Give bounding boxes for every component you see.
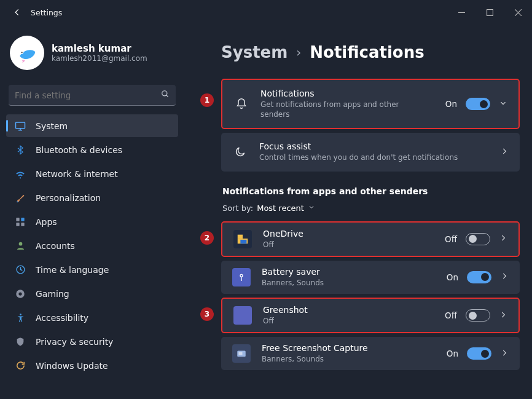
bell-icon bbox=[233, 98, 249, 110]
svg-point-9 bbox=[18, 242, 22, 246]
nav-label: Accounts bbox=[36, 241, 75, 251]
toggle-state-label: On bbox=[445, 99, 457, 109]
nav-label: System bbox=[36, 121, 68, 131]
nav-label: Apps bbox=[36, 217, 57, 227]
nav-label: Time & language bbox=[36, 265, 109, 275]
back-button[interactable] bbox=[7, 8, 27, 17]
sort-label: Sort by: bbox=[222, 203, 253, 213]
app-toggle[interactable] bbox=[467, 271, 491, 283]
annotation-2: 2 bbox=[200, 231, 214, 245]
person-icon bbox=[14, 240, 27, 251]
nav-system[interactable]: System bbox=[6, 114, 178, 137]
nav-bluetooth[interactable]: Bluetooth & devices bbox=[6, 138, 178, 161]
svg-point-13 bbox=[20, 314, 22, 315]
app-title: Greenshot bbox=[263, 305, 434, 315]
svg-point-2 bbox=[22, 52, 23, 53]
maximize-button[interactable] bbox=[475, 2, 504, 22]
svg-point-3 bbox=[162, 91, 167, 96]
nav-label: Accessibility bbox=[36, 313, 88, 323]
annotation-3: 3 bbox=[200, 307, 214, 321]
chevron-right-icon[interactable] bbox=[499, 310, 507, 321]
wifi-icon bbox=[14, 168, 27, 180]
app-title: Free Screenshot Capture bbox=[262, 343, 436, 353]
user-profile[interactable]: kamlesh kumar kamlesh2011@gmail.com bbox=[6, 30, 178, 81]
chevron-right-icon[interactable] bbox=[499, 234, 507, 244]
svg-rect-19 bbox=[239, 352, 243, 355]
svg-rect-5 bbox=[16, 218, 19, 221]
notifications-toggle[interactable] bbox=[466, 98, 490, 110]
nav-privacy[interactable]: Privacy & security bbox=[6, 330, 178, 353]
app-title: OneDrive bbox=[263, 229, 434, 239]
minimize-button[interactable] bbox=[447, 2, 475, 22]
nav-gaming[interactable]: Gaming bbox=[6, 282, 178, 305]
system-icon bbox=[14, 120, 27, 132]
apps-icon bbox=[14, 217, 27, 227]
update-icon bbox=[14, 360, 27, 371]
svg-rect-6 bbox=[21, 218, 24, 221]
app-sub: Banners, Sounds bbox=[262, 354, 409, 364]
toggle-state-label: Off bbox=[445, 310, 457, 320]
app-title: Battery saver bbox=[262, 267, 436, 277]
breadcrumb-current: Notifications bbox=[310, 43, 424, 61]
nav-label: Privacy & security bbox=[36, 337, 113, 347]
chevron-right-icon: › bbox=[296, 45, 301, 60]
nav-accounts[interactable]: Accounts bbox=[6, 234, 178, 257]
chevron-down-icon[interactable] bbox=[499, 99, 507, 109]
card-subtitle: Get notifications from apps and other se… bbox=[260, 100, 408, 119]
chevron-down-icon bbox=[308, 203, 315, 213]
svg-rect-0 bbox=[487, 9, 493, 15]
app-sub: Off bbox=[263, 316, 410, 326]
svg-rect-16 bbox=[240, 240, 246, 243]
search-input[interactable] bbox=[15, 90, 161, 100]
avatar bbox=[10, 36, 44, 70]
greenshot-icon bbox=[233, 306, 252, 325]
app-toggle[interactable] bbox=[467, 347, 491, 360]
nav-network[interactable]: Network & internet bbox=[6, 162, 178, 185]
chevron-right-icon[interactable] bbox=[500, 147, 509, 157]
brush-icon bbox=[14, 192, 27, 203]
app-row-free-screenshot[interactable]: Free Screenshot Capture Banners, Sounds … bbox=[221, 337, 520, 370]
sort-by[interactable]: Sort by: Most recent bbox=[222, 203, 520, 213]
svg-point-17 bbox=[240, 274, 243, 277]
breadcrumb-parent[interactable]: System bbox=[221, 43, 288, 61]
nav-personalization[interactable]: Personalization bbox=[6, 186, 178, 209]
nav-time-language[interactable]: Time & language bbox=[6, 258, 178, 281]
bluetooth-icon bbox=[14, 145, 27, 155]
accessibility-icon bbox=[14, 312, 27, 323]
nav-label: Network & internet bbox=[36, 169, 118, 179]
app-toggle[interactable] bbox=[466, 233, 490, 245]
card-title: Notifications bbox=[260, 89, 434, 98]
svg-rect-7 bbox=[16, 223, 19, 226]
chevron-right-icon[interactable] bbox=[500, 349, 509, 359]
nav-apps[interactable]: Apps bbox=[6, 210, 178, 233]
chevron-right-icon[interactable] bbox=[500, 272, 509, 282]
app-row-onedrive[interactable]: OneDrive Off Off bbox=[221, 221, 520, 257]
search-icon bbox=[161, 89, 170, 101]
search-box[interactable] bbox=[9, 85, 176, 106]
annotation-1: 1 bbox=[200, 93, 214, 107]
svg-point-12 bbox=[18, 292, 22, 295]
toggle-state-label: On bbox=[447, 272, 458, 282]
gaming-icon bbox=[14, 288, 27, 299]
nav-windows-update[interactable]: Windows Update bbox=[6, 354, 178, 377]
app-toggle[interactable] bbox=[466, 309, 490, 322]
user-email: kamlesh2011@gmail.com bbox=[52, 54, 147, 63]
card-title: Focus assist bbox=[259, 141, 489, 151]
app-row-greenshot[interactable]: Greenshot Off Off bbox=[221, 298, 520, 333]
toggle-state-label: On bbox=[447, 349, 458, 358]
onedrive-icon bbox=[233, 230, 252, 248]
screenshot-app-icon bbox=[232, 344, 251, 363]
card-focus-assist[interactable]: Focus assist Control times when you do a… bbox=[221, 133, 520, 171]
battery-saver-icon bbox=[232, 268, 251, 286]
shield-icon bbox=[14, 337, 27, 347]
nav-label: Bluetooth & devices bbox=[36, 145, 122, 155]
nav-label: Gaming bbox=[36, 289, 69, 299]
close-button[interactable] bbox=[504, 2, 532, 22]
user-name: kamlesh kumar bbox=[52, 43, 147, 54]
globe-clock-icon bbox=[14, 264, 27, 275]
section-title: Notifications from apps and other sender… bbox=[222, 186, 520, 196]
svg-rect-14 bbox=[238, 234, 243, 238]
nav-accessibility[interactable]: Accessibility bbox=[6, 306, 178, 329]
card-notifications[interactable]: Notifications Get notifications from app… bbox=[221, 79, 520, 129]
app-row-battery-saver[interactable]: Battery saver Banners, Sounds On bbox=[221, 261, 520, 294]
